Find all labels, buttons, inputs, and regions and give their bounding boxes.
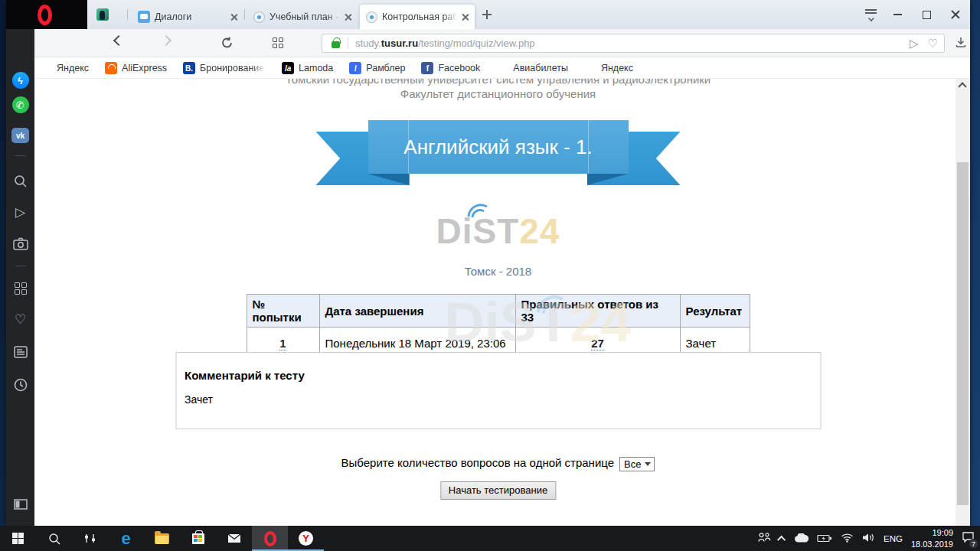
faculty-name: Факультет дистанционного обучения	[41, 87, 956, 100]
sidebar-setup-icon[interactable]	[6, 499, 34, 510]
yandex-browser-icon: Y	[299, 531, 313, 546]
maximize-button[interactable]	[912, 0, 941, 29]
bookmark-booking[interactable]: B.Бронирование отел	[183, 62, 266, 74]
bookmark-rambler[interactable]: /Рамблер	[349, 62, 405, 74]
opera-sidebar: ϟ ✆ vk ▷ ♡	[6, 29, 34, 526]
tab-dialogi[interactable]: Диалоги	[132, 5, 243, 29]
new-tab-icon[interactable]	[482, 10, 492, 19]
store-icon	[192, 533, 204, 544]
yandex-browser-button[interactable]: Y	[288, 526, 324, 551]
aliexpress-icon	[105, 62, 117, 74]
task-view-button[interactable]	[72, 526, 108, 551]
opera-logo-icon	[38, 5, 52, 25]
questions-per-page-label: Выберите количество вопросов на одной ст…	[341, 456, 615, 469]
tab-label: Контрольная работа по д	[382, 11, 457, 22]
table-header-row: № попытки Дата завершения Правильных отв…	[247, 295, 750, 328]
microsoft-store-button[interactable]	[180, 526, 216, 551]
system-tray: ENG 19:09 18.03.2019 7	[757, 526, 980, 551]
questions-per-page-select[interactable]: Все	[619, 457, 655, 471]
airplane-icon: ✈	[496, 62, 508, 74]
file-explorer-button[interactable]	[144, 526, 180, 551]
bookmark-yandex[interactable]: ЯЯндекс	[40, 62, 89, 74]
chevron-down-icon	[645, 462, 651, 466]
url-text[interactable]: study.tusur.ru/testing/mod/quiz/view.php	[355, 37, 535, 49]
people-icon[interactable]	[757, 532, 771, 546]
bookmarks-heart-icon[interactable]: ♡	[6, 313, 34, 326]
vk-icon[interactable]: vk	[6, 128, 34, 143]
personal-news-icon[interactable]	[6, 346, 34, 358]
search-icon[interactable]	[6, 174, 34, 189]
mail-button[interactable]	[216, 526, 252, 551]
taskbar-search-button[interactable]	[36, 526, 72, 551]
edge-button[interactable]: e	[108, 526, 144, 551]
history-clock-icon[interactable]	[6, 377, 34, 393]
bookmark-aviabilety[interactable]: ✈Авиабилеты	[496, 62, 568, 74]
site-favicon-icon	[253, 11, 265, 23]
my-flow-icon[interactable]: ▷	[910, 37, 919, 49]
scroll-up-icon[interactable]	[958, 82, 966, 90]
chat-favicon-icon	[138, 11, 150, 23]
close-tab-icon[interactable]	[345, 14, 351, 21]
yandex-icon: Я	[584, 62, 596, 74]
tab-menu-icon[interactable]	[865, 9, 877, 21]
reload-button[interactable]	[220, 36, 234, 53]
wifi-icon[interactable]	[841, 532, 854, 546]
lamoda-icon: la	[282, 62, 294, 74]
university-name: Томский государственный университет сист…	[41, 79, 956, 86]
whatsapp-icon[interactable]: ✆	[6, 96, 34, 113]
page-scrollbar[interactable]	[956, 79, 970, 526]
snapshot-camera-icon[interactable]	[6, 237, 34, 250]
scrollbar-thumb[interactable]	[957, 162, 969, 505]
bookmark-heart-icon[interactable]: ♡	[928, 37, 938, 49]
search-icon	[48, 533, 60, 545]
bookmark-lamoda[interactable]: laLamoda	[282, 62, 333, 74]
close-window-button[interactable]	[941, 0, 970, 29]
speed-dial-icon[interactable]	[6, 282, 34, 295]
tab-kontrolnaya-active[interactable]: Контрольная работа по д	[360, 5, 475, 29]
tab-label: Учебный план - Личный	[270, 11, 340, 22]
hidden-icons-chevron[interactable]	[777, 535, 786, 543]
close-tab-icon[interactable]	[230, 14, 237, 21]
language-indicator[interactable]: ENG	[884, 534, 903, 543]
onedrive-cloud-icon[interactable]	[794, 532, 808, 546]
results-table: № попытки Дата завершения Правильных отв…	[247, 294, 750, 360]
start-test-button[interactable]: Начать тестирование	[440, 481, 556, 500]
rambler-icon: /	[349, 62, 361, 74]
messenger-icon[interactable]: ϟ	[6, 72, 34, 89]
bookmarks-bar: ЯЯндекс AliExpress B.Бронирование отел l…	[6, 58, 970, 79]
my-flow-icon[interactable]: ▷	[6, 206, 34, 219]
opera-menu-area[interactable]	[6, 0, 87, 29]
questions-per-page-row: Выберите количество вопросов на одной ст…	[41, 456, 956, 471]
sidebar-divider	[6, 155, 34, 156]
bookmark-yandex-2[interactable]: ЯЯндекс	[584, 62, 633, 74]
opera-taskbar-button[interactable]	[252, 526, 288, 551]
site-favicon-icon	[366, 11, 377, 23]
close-tab-icon[interactable]	[462, 14, 469, 21]
downloads-icon[interactable]	[954, 36, 968, 52]
forward-button[interactable]	[162, 37, 170, 44]
volume-icon[interactable]	[862, 532, 875, 546]
bookmark-facebook[interactable]: fFacebook	[421, 62, 480, 74]
attempt-link[interactable]: 1	[279, 337, 286, 350]
speed-dial-button[interactable]	[273, 37, 283, 48]
tab-bar: Диалоги Учебный план - Личный Контрольна…	[6, 0, 970, 29]
windows-taskbar: e Y ENG 19:09 18.03.2019 7	[0, 526, 980, 551]
tab-label: Диалоги	[155, 11, 226, 22]
minimize-button[interactable]	[883, 0, 912, 29]
pinned-tab[interactable]	[96, 8, 109, 21]
sidebar-divider	[6, 266, 34, 266]
browser-window: Диалоги Учебный план - Личный Контрольна…	[6, 0, 970, 526]
clock[interactable]: 19:09 18.03.2019	[911, 527, 953, 549]
notification-badge: 7	[969, 539, 978, 549]
correct-link[interactable]: 27	[591, 337, 604, 350]
task-view-icon	[83, 533, 96, 544]
battery-icon[interactable]	[817, 532, 832, 546]
dist24-logo: DiST24	[436, 214, 560, 249]
bookmark-aliexpress[interactable]: AliExpress	[105, 62, 167, 74]
secure-lock-icon[interactable]	[332, 41, 340, 48]
start-button[interactable]	[0, 526, 36, 551]
action-center-button[interactable]: 7	[962, 531, 975, 546]
address-bar[interactable]: study.tusur.ru/testing/mod/quiz/view.php…	[322, 34, 945, 53]
back-button[interactable]	[115, 37, 122, 44]
tab-uchebny-plan[interactable]: Учебный план - Личный	[247, 5, 358, 29]
